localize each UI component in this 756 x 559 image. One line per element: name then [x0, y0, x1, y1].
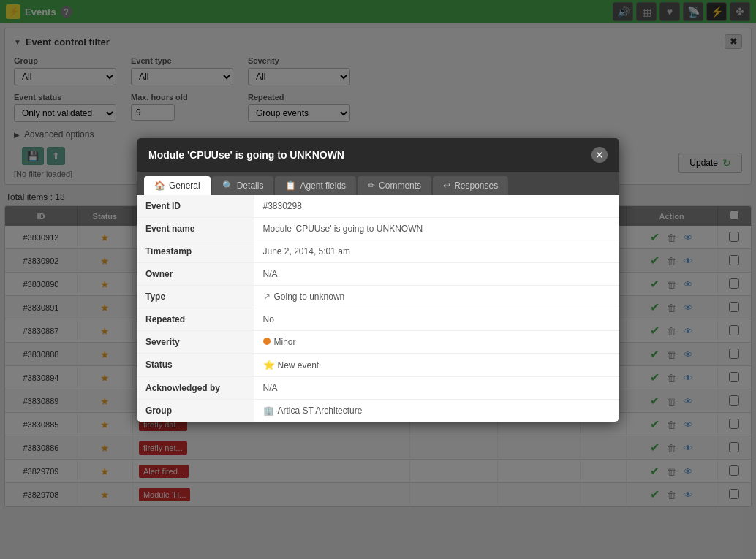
modal-field-row: Acknowledged by N/A: [137, 376, 619, 399]
field-value: #3830298: [254, 195, 619, 218]
tab-icon: 🏠: [154, 180, 165, 191]
tab-label: General: [169, 180, 200, 191]
modal-field-row: Status ⭐New event: [137, 353, 619, 376]
modal-field-row: Group 🏢Artica ST Architecture: [137, 399, 619, 422]
field-value: No: [254, 308, 619, 330]
modal-tabs: 🏠General🔍Details📋Agent fields✏Comments↩R…: [137, 172, 619, 195]
group-icon: 🏢: [263, 406, 274, 416]
field-value: N/A: [254, 376, 619, 399]
modal-field-row: Repeated No: [137, 308, 619, 330]
field-label: Repeated: [137, 308, 254, 330]
field-value: Module 'CPUUse' is going to UNKNOWN: [254, 217, 619, 240]
modal-field-row: Owner N/A: [137, 262, 619, 285]
modal-fields-table: Event ID #3830298 Event name Module 'CPU…: [137, 195, 619, 422]
modal-tab-responses[interactable]: ↩Responses: [433, 176, 508, 195]
tab-label: Comments: [379, 180, 421, 191]
field-value: ⭐New event: [254, 353, 619, 376]
field-label: Status: [137, 353, 254, 376]
field-label: Owner: [137, 262, 254, 285]
modal-title: Module 'CPUUse' is going to UNKNOWN: [148, 149, 344, 161]
severity-dot: [263, 338, 271, 345]
field-label: Type: [137, 285, 254, 308]
tab-icon: 🔍: [222, 180, 233, 191]
modal-tab-agent-fields[interactable]: 📋Agent fields: [275, 176, 356, 195]
tab-label: Details: [237, 180, 264, 191]
tab-icon: ✏: [368, 180, 375, 191]
modal-field-row: Event ID #3830298: [137, 195, 619, 218]
modal-overlay: Module 'CPUUse' is going to UNKNOWN ✕ 🏠G…: [0, 0, 756, 507]
field-value: Minor: [254, 330, 619, 353]
modal-dialog: Module 'CPUUse' is going to UNKNOWN ✕ 🏠G…: [137, 138, 619, 422]
modal-tab-general[interactable]: 🏠General: [144, 176, 211, 195]
modal-header: Module 'CPUUse' is going to UNKNOWN ✕: [137, 138, 619, 172]
field-label: Severity: [137, 330, 254, 353]
status-star-icon: ⭐: [263, 360, 275, 370]
field-label: Acknowledged by: [137, 376, 254, 399]
field-value: N/A: [254, 262, 619, 285]
field-value: 🏢Artica ST Architecture: [254, 399, 619, 422]
modal-field-row: Timestamp June 2, 2014, 5:01 am: [137, 240, 619, 262]
field-label: Event name: [137, 217, 254, 240]
tab-label: Responses: [454, 180, 498, 191]
modal-close-button[interactable]: ✕: [591, 147, 608, 163]
field-label: Timestamp: [137, 240, 254, 262]
modal-tab-details[interactable]: 🔍Details: [212, 176, 274, 195]
modal-field-row: Severity Minor: [137, 330, 619, 353]
field-value: ↗Going to unknown: [254, 285, 619, 308]
field-label: Event ID: [137, 195, 254, 218]
field-label: Group: [137, 399, 254, 422]
tab-label: Agent fields: [300, 180, 346, 191]
type-icon: ↗: [263, 292, 271, 302]
modal-tab-comments[interactable]: ✏Comments: [358, 176, 431, 195]
modal-body: Event ID #3830298 Event name Module 'CPU…: [137, 195, 619, 422]
modal-field-row: Event name Module 'CPUUse' is going to U…: [137, 217, 619, 240]
tab-icon: 📋: [285, 180, 296, 191]
modal-field-row: Type ↗Going to unknown: [137, 285, 619, 308]
tab-icon: ↩: [443, 180, 450, 191]
field-value: June 2, 2014, 5:01 am: [254, 240, 619, 262]
